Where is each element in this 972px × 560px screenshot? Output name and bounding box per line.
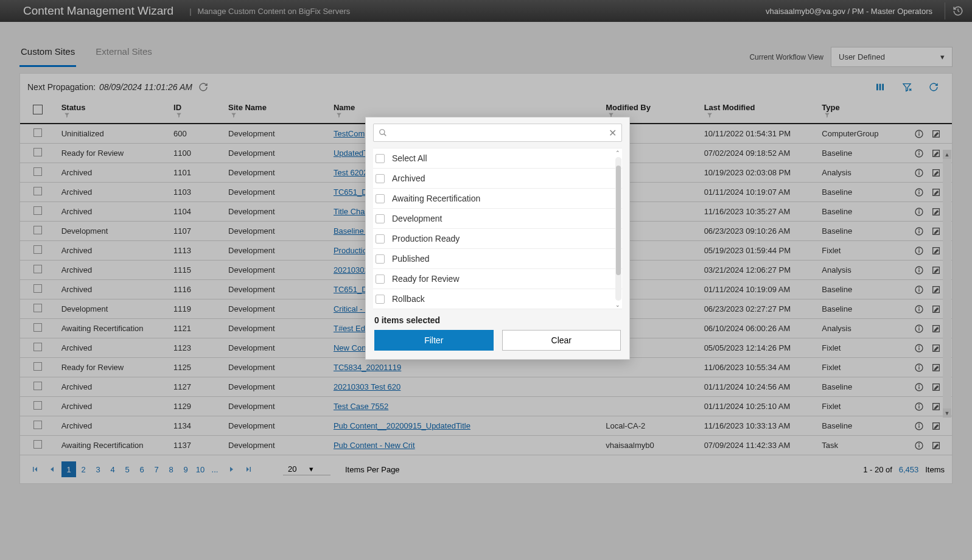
edit-icon[interactable] (931, 149, 941, 158)
table-scrollbar[interactable]: ▲ ▼ (943, 150, 951, 418)
row-checkbox[interactable] (33, 245, 42, 254)
filter-option[interactable]: Published (373, 249, 622, 269)
workflow-view-select[interactable]: User Defined ▾ (831, 47, 953, 67)
edit-icon[interactable] (931, 129, 941, 139)
info-icon[interactable] (914, 343, 924, 353)
clear-filter-icon[interactable] (902, 82, 912, 92)
scroll-up-icon[interactable]: ▲ (943, 150, 951, 159)
page-number[interactable]: 5 (120, 461, 135, 477)
filter-option[interactable]: Awaiting Recertification (373, 189, 622, 209)
page-number[interactable]: 10 (193, 461, 208, 477)
edit-icon[interactable] (931, 226, 941, 236)
filter-icon[interactable] (824, 112, 830, 118)
filter-option[interactable]: Select All (373, 149, 622, 169)
filter-checkbox[interactable] (376, 174, 385, 183)
col-name-header[interactable]: Name (334, 103, 355, 112)
items-per-page-select[interactable]: 20 ▾ (283, 463, 330, 475)
filter-checkbox[interactable] (376, 254, 385, 264)
tab-custom-sites[interactable]: Custom Sites (19, 39, 76, 67)
row-checkbox[interactable] (33, 440, 42, 449)
filter-option[interactable]: Production Ready (373, 229, 622, 249)
col-type-header[interactable]: Type (822, 103, 839, 112)
filter-icon[interactable] (64, 112, 70, 118)
row-name-link[interactable]: Pub Content__20200915_UpdatedTitle (334, 421, 470, 430)
row-checkbox[interactable] (33, 401, 42, 410)
page-number[interactable]: 8 (164, 461, 178, 477)
row-checkbox[interactable] (33, 206, 42, 215)
filter-icon[interactable] (176, 112, 182, 118)
edit-icon[interactable] (931, 343, 941, 353)
col-modified-by-header[interactable]: Modified By (606, 103, 651, 112)
row-checkbox[interactable] (33, 362, 42, 371)
page-number[interactable]: 4 (105, 461, 120, 477)
scroll-up-icon[interactable]: ⌃ (614, 149, 622, 157)
edit-icon[interactable] (931, 246, 941, 256)
filter-checkbox[interactable] (376, 194, 385, 203)
filter-option[interactable]: Rollback (373, 289, 622, 309)
info-icon[interactable] (914, 129, 924, 139)
row-checkbox[interactable] (33, 421, 42, 429)
row-checkbox[interactable] (33, 187, 42, 195)
row-checkbox[interactable] (33, 284, 42, 293)
info-icon[interactable] (914, 402, 924, 411)
info-icon[interactable] (914, 226, 924, 236)
row-checkbox[interactable] (33, 382, 42, 390)
filter-icon[interactable] (707, 112, 713, 118)
page-number[interactable]: 2 (76, 461, 91, 477)
filter-option[interactable]: Development (373, 209, 622, 229)
filter-checkbox[interactable] (376, 234, 385, 243)
info-icon[interactable] (914, 324, 924, 334)
row-checkbox[interactable] (33, 323, 42, 332)
edit-icon[interactable] (931, 285, 941, 295)
page-next[interactable] (225, 461, 239, 477)
info-icon[interactable] (914, 265, 924, 275)
edit-icon[interactable] (931, 265, 941, 275)
edit-icon[interactable] (931, 304, 941, 314)
filter-checkbox[interactable] (376, 154, 385, 163)
page-last[interactable] (242, 461, 256, 477)
row-name-link[interactable]: Test 6202 (334, 168, 368, 177)
row-name-link[interactable]: TC5834_20201119 (334, 363, 401, 372)
edit-icon[interactable] (931, 441, 941, 450)
page-number[interactable]: 3 (91, 461, 105, 477)
filter-scrollbar[interactable]: ⌃ ⌄ (614, 149, 622, 309)
row-checkbox[interactable] (33, 128, 42, 137)
row-checkbox[interactable] (33, 304, 42, 312)
info-icon[interactable] (914, 304, 924, 314)
scroll-down-icon[interactable]: ⌄ (614, 301, 622, 309)
close-icon[interactable]: ✕ (609, 127, 617, 139)
edit-icon[interactable] (931, 168, 941, 178)
info-icon[interactable] (914, 187, 924, 197)
edit-icon[interactable] (931, 363, 941, 373)
edit-icon[interactable] (931, 382, 941, 392)
info-icon[interactable] (914, 149, 924, 158)
edit-icon[interactable] (931, 207, 941, 217)
tab-external-sites[interactable]: External Sites (94, 39, 153, 67)
refresh-table-icon[interactable] (929, 82, 939, 92)
col-site-header[interactable]: Site Name (228, 103, 267, 112)
filter-option[interactable]: Archived (373, 169, 622, 189)
col-last-modified-header[interactable]: Last Modified (704, 103, 755, 112)
filter-checkbox[interactable] (376, 275, 385, 284)
row-name-link[interactable]: Test Case 7552 (334, 402, 388, 411)
filter-button[interactable]: Filter (374, 330, 494, 351)
columns-icon[interactable] (875, 82, 885, 92)
filter-option[interactable]: Ready for Review (373, 269, 622, 289)
select-all-checkbox[interactable] (33, 105, 43, 114)
edit-icon[interactable] (931, 187, 941, 197)
info-icon[interactable] (914, 168, 924, 178)
row-checkbox[interactable] (33, 226, 42, 234)
info-icon[interactable] (914, 246, 924, 256)
info-icon[interactable] (914, 363, 924, 373)
filter-checkbox[interactable] (376, 214, 385, 223)
page-number[interactable]: 7 (149, 461, 164, 477)
row-name-link[interactable]: 20210303 Test 620 (334, 382, 400, 391)
row-checkbox[interactable] (33, 167, 42, 176)
filter-checkbox[interactable] (376, 295, 385, 304)
row-name-link[interactable]: Pub Content - New Crit (334, 441, 415, 450)
edit-icon[interactable] (931, 402, 941, 411)
page-number[interactable]: 1 (61, 461, 76, 477)
filter-icon[interactable] (336, 112, 342, 118)
filter-search-input[interactable] (391, 128, 609, 138)
info-icon[interactable] (914, 207, 924, 217)
